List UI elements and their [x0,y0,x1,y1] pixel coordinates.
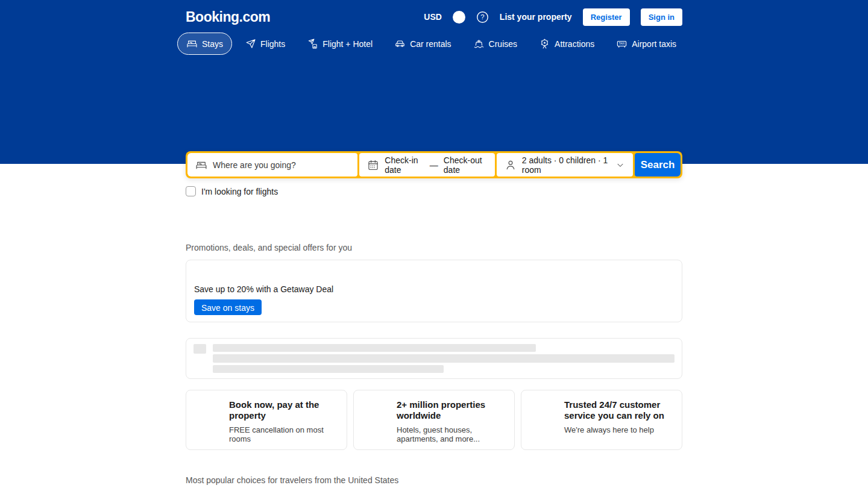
search-bar: Check-in date — Check-out date 2 adults … [186,151,682,178]
sign-in-button[interactable]: Sign in [641,8,682,26]
flights-checkbox[interactable] [186,186,196,196]
flights-checkbox-row: I'm looking for flights [186,186,682,196]
ship-icon [473,38,485,49]
tab-label: Flights [260,39,285,49]
plane-hotel-icon [307,38,318,49]
chevron-down-icon [615,160,625,170]
tab-label: Flight + Hotel [322,39,373,49]
tab-label: Stays [202,39,223,49]
tab-airport-taxis[interactable]: TAXI Airport taxis [607,33,685,55]
checkin-label: Check-in date [385,155,424,175]
tab-stays[interactable]: Stays [177,33,232,55]
ferris-wheel-icon [539,38,550,49]
destination-input[interactable] [213,160,350,170]
occupancy-value: 2 adults · 0 children · 1 room [522,155,610,175]
date-separator: — [430,160,438,170]
feature-title: Trusted 24/7 customer service you can re… [564,399,675,421]
checkout-label: Check-out date [444,155,487,175]
skeleton-thumbnail [193,344,206,354]
svg-text:TAXI: TAXI [619,42,625,45]
flights-checkbox-label[interactable]: I'm looking for flights [201,187,278,196]
dates-field[interactable]: Check-in date — Check-out date [359,153,495,177]
question-circle-icon[interactable]: ? [476,11,489,23]
tab-label: Cruises [489,39,517,49]
feature-card-customer-service: Trusted 24/7 customer service you can re… [521,390,682,450]
feature-title: 2+ million properties worldwide [397,399,507,421]
skeleton-line [213,365,444,373]
skeleton-line [213,354,675,362]
tab-label: Airport taxis [632,39,676,49]
destination-field[interactable] [187,153,357,177]
feature-body: FREE cancellation on most rooms [229,425,339,443]
product-nav: Stays Flights Flight + Hotel Car rentals… [177,33,682,55]
plane-icon [245,38,256,49]
feature-body: Hotels, guest houses, apartments, and mo… [397,425,507,443]
tab-attractions[interactable]: Attractions [530,33,603,55]
feature-title: Book now, pay at the property [229,399,339,421]
save-on-stays-button[interactable]: Save on stays [194,299,262,315]
car-icon [394,38,406,49]
feature-body: We're always here to help [564,425,675,434]
register-button[interactable]: Register [583,8,630,26]
list-your-property-link[interactable]: List your property [500,12,572,22]
tab-flights[interactable]: Flights [236,33,294,55]
top-header: Booking.com USD ? List your property Reg… [186,0,682,28]
flag-circle-icon[interactable] [453,11,465,23]
taxi-icon: TAXI [616,38,627,49]
loading-skeleton-card [186,338,682,379]
deal-text: Save up to 20% with a Getaway Deal [194,284,674,294]
svg-text:?: ? [480,13,484,20]
tab-flight-hotel[interactable]: Flight + Hotel [298,33,382,55]
currency-selector[interactable]: USD [424,12,442,22]
person-icon [505,159,517,171]
promotions-heading: Promotions, deals, and special offers fo… [186,243,682,252]
value-props-row: Book now, pay at the property FREE cance… [186,390,682,450]
feature-card-properties-worldwide: 2+ million properties worldwide Hotels, … [353,390,515,450]
occupancy-field[interactable]: 2 adults · 0 children · 1 room [497,153,633,177]
search-button[interactable]: Search [635,153,681,177]
popular-choices-heading: Most popular choices for travelers from … [186,475,682,485]
feature-card-pay-at-property: Book now, pay at the property FREE cance… [186,390,347,450]
getaway-deal-card: Save up to 20% with a Getaway Deal Save … [186,260,682,322]
hero-banner: Booking.com USD ? List your property Reg… [0,0,868,164]
tab-cruises[interactable]: Cruises [464,33,526,55]
tab-car-rentals[interactable]: Car rentals [385,33,460,55]
calendar-icon [367,159,379,171]
skeleton-line [213,344,536,352]
bed-icon [195,159,207,171]
tab-label: Car rentals [410,39,451,49]
booking-logo[interactable]: Booking.com [186,9,270,25]
tab-label: Attractions [555,39,594,49]
bed-icon [186,38,198,49]
